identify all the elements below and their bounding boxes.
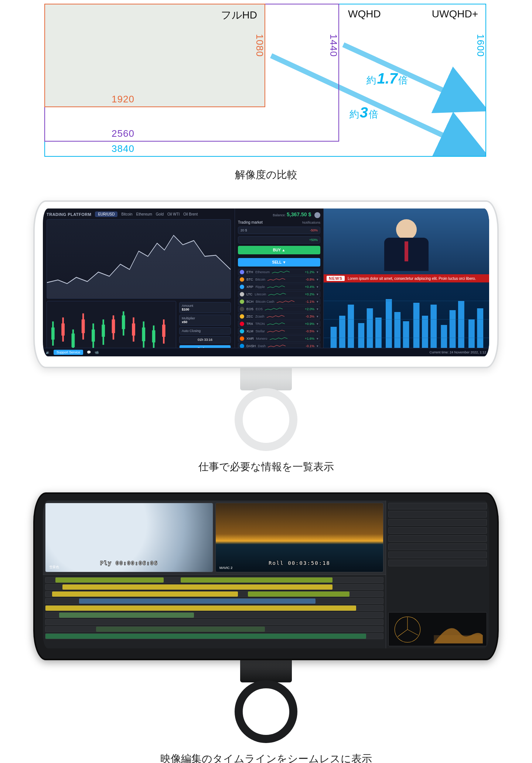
inspector-row[interactable]: [388, 552, 487, 558]
pct-down: -50%: [310, 228, 318, 232]
coin-name: Ripple: [256, 285, 265, 289]
video-icon[interactable]: 📹: [95, 350, 99, 354]
coin-change: +1.6%: [305, 337, 314, 340]
market-row[interactable]: XRPRipple+0.4%▾: [238, 284, 320, 290]
market-row[interactable]: BTCBitcoin-0.8%▾: [238, 276, 320, 283]
inspector-row[interactable]: [388, 511, 487, 518]
support-button[interactable]: Support Service: [54, 350, 83, 355]
svg-rect-35: [413, 303, 420, 353]
coin-name: Stellar: [256, 329, 265, 333]
tab-bitcoin[interactable]: Bitcoin: [121, 212, 132, 216]
track[interactable]: [45, 633, 383, 639]
news-anchor-figure: [384, 219, 429, 275]
coin-name: Monero: [256, 337, 267, 340]
svg-rect-3: [51, 328, 55, 340]
inspector-row[interactable]: [388, 560, 487, 566]
coin-icon: [240, 277, 244, 282]
inspector-panel: [386, 501, 489, 648]
coin-name: Ethereum: [255, 270, 270, 274]
coin-name: Bitcoin Cash: [256, 300, 274, 303]
chevron-down-icon[interactable]: ▾: [317, 300, 318, 303]
coin-icon: [240, 329, 244, 333]
track[interactable]: [45, 626, 383, 632]
coin-name: Dash: [258, 344, 266, 348]
chevron-down-icon[interactable]: ▾: [317, 278, 318, 281]
track[interactable]: [45, 605, 383, 611]
coin-symbol: XLM: [246, 329, 253, 333]
right-clip-tag: MAVIC 2: [219, 566, 232, 570]
inspector-row[interactable]: [388, 519, 487, 526]
left-clip-tag: 雪景色: [49, 565, 59, 570]
svg-rect-11: [92, 329, 95, 342]
market-row[interactable]: LTCLitecoin+0.2%▾: [238, 291, 320, 298]
coin-icon: [240, 270, 244, 274]
svg-rect-37: [430, 305, 437, 353]
coin-icon: [240, 307, 244, 311]
autoclose-box[interactable]: Auto Closing: [179, 327, 231, 335]
svg-rect-36: [422, 316, 428, 353]
inspector-row[interactable]: [388, 543, 487, 550]
inspector-row[interactable]: [388, 535, 487, 542]
tab-oil-wti[interactable]: Oil WTI: [167, 212, 180, 216]
tab-gold[interactable]: Gold: [156, 212, 164, 216]
tab-oil-brent[interactable]: Oil Brent: [183, 212, 198, 216]
track[interactable]: [45, 591, 383, 597]
side-value: 20 $: [241, 228, 247, 232]
monitor-trading: TRADING PLATFORM EUR/USD Bitcoin Ethereu…: [33, 200, 499, 451]
notifications-tab[interactable]: Notifications: [302, 221, 320, 224]
market-row[interactable]: ETHEthereum+1.2%▾: [238, 269, 320, 275]
track[interactable]: [45, 619, 383, 625]
svg-rect-30: [367, 308, 373, 353]
svg-rect-27: [339, 316, 345, 353]
market-row[interactable]: ZECZcash-0.3%▾: [238, 313, 320, 320]
balance-label: Balance:: [273, 213, 286, 217]
multiplier-box[interactable]: Multiplierx50: [179, 315, 231, 326]
chevron-down-icon[interactable]: ▾: [317, 292, 318, 296]
chevron-down-icon[interactable]: ▾: [317, 270, 318, 274]
sell-button[interactable]: SELL ▼: [238, 258, 320, 267]
timeline[interactable]: [43, 574, 386, 648]
coin-icon: [240, 336, 244, 341]
app-brand: TRADING PLATFORM: [47, 212, 91, 217]
track[interactable]: [45, 598, 383, 604]
chevron-down-icon[interactable]: ▾: [317, 315, 318, 318]
market-row[interactable]: TRXTRON+0.9%▾: [238, 321, 320, 327]
chevron-down-icon[interactable]: ▾: [317, 329, 318, 333]
coin-name: Bitcoin: [255, 278, 265, 281]
svg-rect-40: [458, 301, 464, 353]
coin-symbol: TRX: [246, 322, 253, 326]
avatar-icon[interactable]: [314, 212, 320, 218]
sparkline: [277, 300, 294, 303]
chevron-down-icon[interactable]: ▾: [317, 337, 318, 340]
chevron-down-icon[interactable]: ▾: [317, 344, 318, 348]
news-label: NEWS: [327, 276, 345, 281]
chat-icon[interactable]: 💬: [87, 350, 91, 354]
track[interactable]: [45, 577, 383, 583]
buy-button[interactable]: BUY ▲: [238, 246, 320, 254]
chevron-down-icon[interactable]: ▾: [317, 307, 318, 311]
market-row[interactable]: BCHBitcoin Cash-1.1%▾: [238, 298, 320, 305]
market-row[interactable]: EOSEOS+2.0%▾: [238, 306, 320, 312]
chevron-down-icon[interactable]: ▾: [317, 285, 318, 289]
coin-symbol: DASH: [246, 344, 256, 348]
fhd-width: 1920: [112, 94, 134, 105]
svg-rect-23: [152, 330, 156, 343]
market-row[interactable]: XLMStellar-0.5%▾: [238, 328, 320, 335]
inspector-row[interactable]: [388, 503, 487, 509]
sparkline: [267, 329, 285, 333]
track[interactable]: [45, 612, 383, 618]
chevron-down-icon[interactable]: ▾: [317, 322, 318, 326]
volume-icon[interactable]: 🔉: [46, 350, 50, 354]
tab-ethereum[interactable]: Ethereum: [136, 212, 152, 216]
coin-change: -0.8%: [306, 278, 314, 281]
multiplier-1-7: 約1.7倍: [366, 70, 408, 87]
market-panel-title: Trading market: [238, 220, 263, 224]
inspector-row[interactable]: [388, 527, 487, 534]
market-row[interactable]: XMRMonero+1.6%▾: [238, 335, 320, 342]
pair-pill[interactable]: EUR/USD: [95, 211, 117, 217]
coin-name: TRON: [255, 322, 265, 326]
coin-icon: [240, 299, 244, 304]
track[interactable]: [45, 584, 383, 590]
amount-box[interactable]: Amount$100: [179, 302, 231, 313]
coin-name: EOS: [256, 307, 263, 311]
